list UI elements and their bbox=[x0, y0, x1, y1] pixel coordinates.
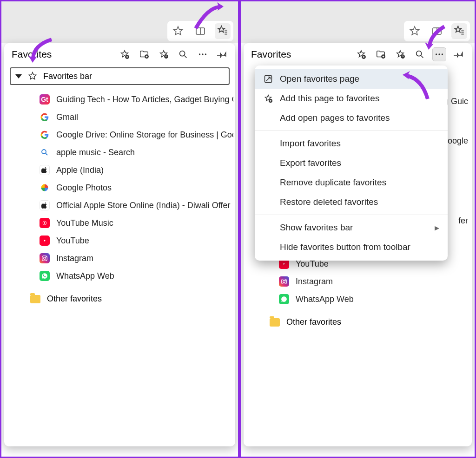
svg-point-35 bbox=[416, 51, 422, 56]
youtube-favicon-icon bbox=[40, 236, 50, 246]
svg-point-38 bbox=[438, 53, 440, 55]
svg-point-34 bbox=[401, 55, 404, 58]
favorites-toolbar-button[interactable] bbox=[215, 23, 231, 39]
favorite-link[interactable]: Instagram bbox=[245, 273, 470, 290]
whatsapp-favicon-icon bbox=[40, 271, 50, 281]
bing-search-favicon-icon bbox=[40, 147, 50, 157]
svg-point-11 bbox=[165, 55, 168, 58]
favorite-link[interactable]: Google Drive: Online Storage for Busines… bbox=[6, 126, 233, 144]
favorite-link[interactable]: Apple (India) bbox=[6, 161, 233, 179]
favorite-link[interactable]: Instagram bbox=[6, 249, 233, 267]
svg-line-18 bbox=[46, 153, 47, 155]
svg-point-42 bbox=[285, 280, 286, 280]
more-options-icon[interactable] bbox=[196, 48, 209, 61]
menu-separator bbox=[255, 215, 448, 215]
search-favorites-icon[interactable] bbox=[413, 48, 426, 61]
screenshot-left: Favorites bbox=[1, 1, 238, 457]
favorite-link[interactable]: WhatsApp Web bbox=[6, 267, 233, 285]
add-favorite-star-icon[interactable] bbox=[170, 23, 186, 39]
other-favorites-folder[interactable]: Other favorites bbox=[244, 314, 472, 331]
svg-point-17 bbox=[42, 150, 46, 154]
svg-point-41 bbox=[283, 281, 285, 283]
google-favicon-icon bbox=[40, 130, 50, 140]
star-outline-icon bbox=[27, 71, 38, 81]
collapse-triangle-icon bbox=[15, 74, 22, 79]
peek-text: fer bbox=[458, 216, 468, 226]
add-favorite-icon[interactable] bbox=[355, 48, 368, 61]
favorite-link[interactable]: GtGuiding Tech - How To Articles, Gadget… bbox=[6, 91, 233, 108]
menu-remove-duplicates[interactable]: Remove duplicate favorites bbox=[255, 173, 448, 192]
submenu-arrow-icon: ▶ bbox=[435, 224, 439, 231]
svg-point-22 bbox=[46, 256, 46, 257]
favorite-link[interactable]: YouTube Music bbox=[6, 214, 233, 232]
sync-favorites-icon[interactable] bbox=[394, 48, 407, 61]
menu-add-open-pages[interactable]: Add open pages to favorites bbox=[255, 108, 448, 128]
menu-add-this-page[interactable]: Add this page to favorites bbox=[255, 89, 448, 108]
menu-hide-favorites-button[interactable]: Hide favorites button from toolbar bbox=[255, 237, 448, 257]
add-folder-icon[interactable] bbox=[138, 48, 151, 61]
open-external-icon bbox=[263, 74, 273, 84]
favorites-title: Favorites bbox=[12, 49, 115, 60]
add-favorite-icon[interactable] bbox=[118, 48, 131, 61]
svg-point-37 bbox=[436, 53, 437, 55]
svg-line-13 bbox=[185, 56, 187, 58]
favorite-link[interactable]: YouTube bbox=[6, 232, 233, 249]
svg-line-36 bbox=[421, 56, 423, 58]
star-plus-icon bbox=[263, 93, 273, 104]
favorites-toolbar-button[interactable] bbox=[451, 23, 467, 39]
pin-panel-icon[interactable] bbox=[452, 48, 465, 61]
whatsapp-favicon-icon bbox=[279, 294, 289, 304]
favorites-bar-label: Favorites bar bbox=[43, 72, 92, 81]
favorites-title: Favorites bbox=[251, 49, 352, 60]
pin-panel-icon[interactable] bbox=[216, 48, 229, 61]
menu-show-favorites-bar[interactable]: Show favorites bar ▶ bbox=[255, 218, 448, 237]
favorite-link[interactable]: WhatsApp Web bbox=[245, 290, 470, 308]
google-photos-favicon-icon bbox=[40, 183, 50, 193]
menu-restore-deleted[interactable]: Restore deleted favorites bbox=[255, 192, 448, 212]
other-favorites-folder[interactable]: Other favorites bbox=[4, 290, 235, 308]
instagram-favicon-icon bbox=[279, 276, 289, 287]
peek-text: ioogle bbox=[446, 136, 468, 146]
favorites-panel: Favorites bbox=[4, 43, 235, 446]
folder-icon bbox=[270, 318, 280, 327]
favorites-list: GtGuiding Tech - How To Articles, Gadget… bbox=[4, 89, 235, 290]
svg-point-15 bbox=[202, 53, 203, 55]
svg-point-39 bbox=[442, 53, 443, 55]
svg-point-16 bbox=[205, 53, 206, 55]
favorite-link[interactable]: Official Apple Store Online (India) - Di… bbox=[6, 196, 233, 214]
apple-favicon-icon bbox=[40, 165, 50, 175]
svg-point-12 bbox=[180, 51, 185, 56]
menu-open-favorites-page[interactable]: Open favorites page bbox=[255, 69, 448, 89]
svg-point-14 bbox=[199, 53, 200, 55]
screenshot-right: Favorites bbox=[238, 1, 475, 457]
browser-chrome bbox=[1, 1, 238, 43]
google-favicon-icon bbox=[40, 112, 50, 122]
split-screen-icon[interactable] bbox=[429, 23, 445, 39]
instagram-favicon-icon bbox=[40, 253, 50, 263]
browser-chrome bbox=[241, 1, 475, 43]
add-favorite-star-icon[interactable] bbox=[407, 23, 423, 39]
favorite-link[interactable]: Gmail bbox=[6, 108, 233, 126]
svg-point-21 bbox=[44, 257, 46, 260]
youtube-music-favicon-icon bbox=[40, 218, 50, 228]
menu-import-favorites[interactable]: Import favorites bbox=[255, 134, 448, 153]
sync-favorites-icon[interactable] bbox=[157, 48, 170, 61]
apple-favicon-icon bbox=[40, 200, 50, 210]
menu-export-favorites[interactable]: Export favorites bbox=[255, 153, 448, 173]
favorite-link[interactable]: Google Photos bbox=[6, 179, 233, 196]
more-options-icon[interactable] bbox=[433, 48, 446, 61]
add-folder-icon[interactable] bbox=[374, 48, 387, 61]
split-screen-icon[interactable] bbox=[192, 23, 208, 39]
search-favorites-icon[interactable] bbox=[177, 48, 190, 61]
favorites-bar-folder[interactable]: Favorites bar bbox=[10, 67, 230, 85]
menu-separator bbox=[255, 131, 448, 131]
favorite-link[interactable]: apple music - Search bbox=[6, 144, 233, 161]
guidingtech-favicon-icon: Gt bbox=[40, 94, 50, 105]
folder-icon bbox=[30, 295, 40, 303]
favorites-more-menu: Open favorites page Add this page to fav… bbox=[255, 65, 448, 261]
